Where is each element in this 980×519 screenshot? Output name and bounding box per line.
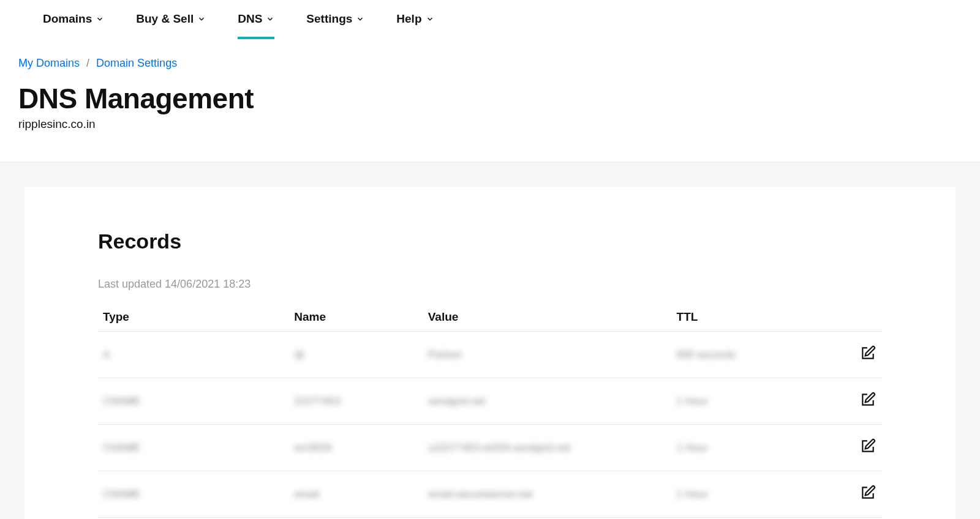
cell-value: u22277453.wl204.sendgrid.net (423, 425, 672, 471)
nav-settings[interactable]: Settings (306, 12, 364, 39)
nav-domains[interactable]: Domains (43, 12, 104, 39)
cell-value: email.secureserver.net (423, 471, 672, 518)
breadcrumb-separator: / (86, 57, 89, 69)
nav-buy-sell[interactable]: Buy & Sell (136, 12, 206, 39)
cell-name: 22277453 (289, 378, 423, 425)
cell-name: @ (289, 332, 423, 378)
table-row: CNAME 22277453 sendgrid.net 1 Hour (98, 378, 882, 425)
table-row: A @ Parked 600 seconds (98, 332, 882, 378)
chevron-down-icon (96, 15, 104, 23)
breadcrumb: My Domains / Domain Settings (18, 57, 962, 70)
nav-label: Buy & Sell (136, 12, 194, 26)
chevron-down-icon (197, 15, 206, 23)
content-area: Records Last updated 14/06/2021 18:23 Ty… (0, 162, 980, 519)
header-section: My Domains / Domain Settings DNS Managem… (0, 40, 980, 162)
page-title: DNS Management (18, 82, 962, 115)
cell-type: CNAME (98, 378, 289, 425)
cell-name: email (289, 471, 423, 518)
table-header-row: Type Name Value TTL (98, 303, 882, 332)
nav-label: Domains (43, 12, 92, 26)
header-type: Type (98, 303, 289, 332)
cell-ttl: 600 seconds (672, 332, 806, 378)
breadcrumb-domain-settings[interactable]: Domain Settings (96, 57, 177, 69)
cell-type: CNAME (98, 425, 289, 471)
records-title: Records (98, 230, 882, 253)
chevron-down-icon (426, 15, 434, 23)
nav-label: DNS (238, 12, 262, 26)
last-updated: Last updated 14/06/2021 18:23 (98, 278, 882, 291)
header-ttl: TTL (672, 303, 806, 332)
header-name: Name (289, 303, 423, 332)
domain-name: ripplesinc.co.in (18, 118, 962, 131)
cell-ttl: 1 Hour (672, 378, 806, 425)
cell-value: Parked (423, 332, 672, 378)
edit-icon[interactable] (860, 392, 876, 408)
nav-help[interactable]: Help (396, 12, 434, 39)
breadcrumb-my-domains[interactable]: My Domains (18, 57, 80, 69)
top-nav: Domains Buy & Sell DNS Settings Help (0, 0, 980, 40)
chevron-down-icon (266, 15, 274, 23)
records-table: Type Name Value TTL A @ Parked 600 secon… (98, 303, 882, 518)
cell-ttl: 1 Hour (672, 471, 806, 518)
cell-ttl: 1 Hour (672, 425, 806, 471)
chevron-down-icon (356, 15, 364, 23)
edit-icon[interactable] (860, 485, 876, 501)
header-edit (805, 303, 882, 332)
nav-label: Settings (306, 12, 352, 26)
cell-type: A (98, 332, 289, 378)
table-row: CNAME email email.secureserver.net 1 Hou… (98, 471, 882, 518)
edit-icon[interactable] (860, 345, 876, 361)
edit-icon[interactable] (860, 438, 876, 454)
table-row: CNAME em3034 u22277453.wl204.sendgrid.ne… (98, 425, 882, 471)
cell-type: CNAME (98, 471, 289, 518)
header-value: Value (423, 303, 672, 332)
cell-name: em3034 (289, 425, 423, 471)
nav-label: Help (396, 12, 421, 26)
records-card: Records Last updated 14/06/2021 18:23 Ty… (24, 187, 956, 519)
cell-value: sendgrid.net (423, 378, 672, 425)
nav-dns[interactable]: DNS (238, 12, 274, 39)
